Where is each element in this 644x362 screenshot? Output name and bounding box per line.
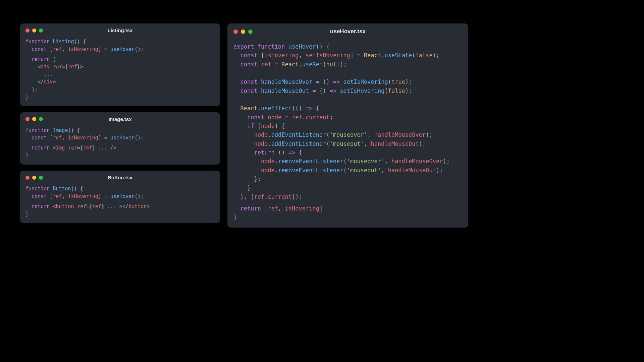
close-icon[interactable] xyxy=(25,117,30,121)
window-title: Listing.tsx xyxy=(107,27,132,33)
code-block-image: function Image() { const [ref, isHoverin… xyxy=(20,124,220,165)
left-column: Listing.tsx function Listing() { const [… xyxy=(20,23,220,250)
maximize-icon[interactable] xyxy=(248,29,253,34)
maximize-icon[interactable] xyxy=(39,28,43,33)
code-block-usehover: export function useHover() { const [isHo… xyxy=(227,38,468,228)
window-image: Image.tsx function Image() { const [ref,… xyxy=(20,112,220,165)
window-title: useHover.tsx xyxy=(330,28,366,35)
titlebar: Image.tsx xyxy=(20,112,220,124)
close-icon[interactable] xyxy=(25,176,30,180)
close-icon[interactable] xyxy=(25,28,30,33)
window-usehover: useHover.tsx export function useHover() … xyxy=(227,23,468,228)
right-column: useHover.tsx export function useHover() … xyxy=(227,23,468,250)
minimize-icon[interactable] xyxy=(32,28,36,33)
minimize-icon[interactable] xyxy=(241,29,245,34)
titlebar: Button.tsx xyxy=(20,171,220,182)
window-title: Button.tsx xyxy=(108,175,132,180)
minimize-icon[interactable] xyxy=(32,176,36,180)
maximize-icon[interactable] xyxy=(39,176,43,180)
titlebar: useHover.tsx xyxy=(227,23,468,38)
minimize-icon[interactable] xyxy=(32,117,36,121)
close-icon[interactable] xyxy=(233,29,238,34)
traffic-lights xyxy=(25,28,43,33)
code-block-listing: function Listing() { const [ref, isHover… xyxy=(20,35,220,106)
traffic-lights xyxy=(25,176,43,180)
window-listing: Listing.tsx function Listing() { const [… xyxy=(20,23,220,106)
maximize-icon[interactable] xyxy=(39,117,43,121)
window-title: Image.tsx xyxy=(108,116,131,122)
code-block-button: function Button() { const [ref, isHoveri… xyxy=(20,182,220,223)
titlebar: Listing.tsx xyxy=(20,23,220,35)
window-button: Button.tsx function Button() { const [re… xyxy=(20,171,220,223)
traffic-lights xyxy=(25,117,43,121)
traffic-lights xyxy=(233,29,253,34)
